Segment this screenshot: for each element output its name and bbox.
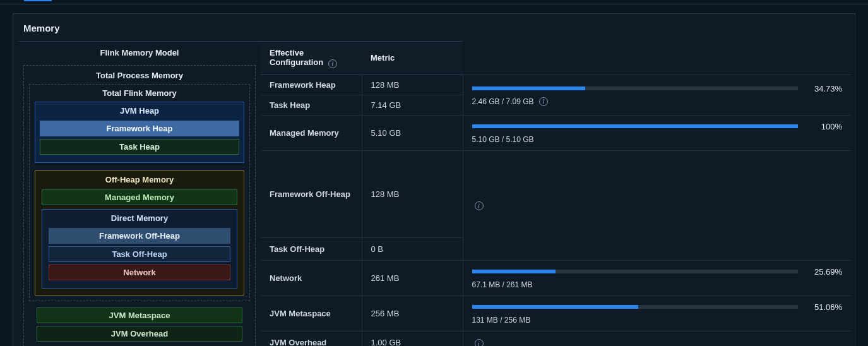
managed-memory-config: 5.10 GB: [362, 115, 463, 150]
network-config: 261 MB: [362, 260, 463, 295]
network-progress-bar: [472, 270, 799, 273]
panel-title: Memory: [13, 14, 855, 41]
info-icon[interactable]: i: [328, 59, 337, 68]
direct-memory-box: Direct Memory Framework Off-Heap Task Of…: [42, 209, 237, 289]
heap-progress-bar: [472, 86, 799, 90]
framework-off-heap-chip: Framework Off-Heap: [49, 228, 230, 244]
total-process-memory-box: Total Process Memory Total Flink Memory …: [23, 65, 256, 346]
metaspace-usage-text: 131 MB / 256 MB: [472, 316, 843, 325]
managed-progress-bar: [472, 124, 799, 128]
metaspace-progress-bar: [472, 305, 799, 309]
off-heap-label: Off-Heap Memory: [42, 174, 237, 187]
network-percent: 25.69%: [807, 267, 842, 277]
framework-heap-chip: Framework Heap: [40, 121, 239, 136]
managed-usage-text: 5.10 GB / 5.10 GB: [472, 135, 843, 144]
config-header: Effective Configuration i: [261, 42, 362, 75]
heap-usage-text: 2.46 GB / 7.09 GB: [472, 97, 534, 106]
framework-heap-label: Framework Heap: [270, 80, 353, 90]
managed-percent: 100%: [807, 122, 842, 131]
task-off-heap-label: Task Off-Heap: [261, 237, 362, 260]
task-heap-label: Task Heap: [261, 95, 362, 115]
info-icon[interactable]: i: [475, 201, 484, 210]
total-flink-memory-label: Total Flink Memory: [35, 87, 244, 102]
framework-off-heap-config: 128 MB: [362, 150, 463, 237]
network-label: Network: [261, 260, 362, 295]
metric-header: Metric: [362, 42, 463, 75]
jvm-heap-label: JVM Heap: [40, 105, 239, 118]
jvm-overhead-chip: JVM Overhead: [37, 326, 242, 342]
framework-heap-config: 128 MB: [362, 75, 463, 95]
memory-panel: Memory Flink Memory Model Total Process …: [13, 13, 855, 346]
overhead-label: JVM Overhead: [261, 331, 362, 346]
task-heap-chip: Task Heap: [40, 139, 239, 155]
overhead-config: 1.00 GB: [362, 331, 463, 346]
task-off-heap-config: 0 B: [362, 237, 463, 260]
jvm-metaspace-chip: JVM Metaspace: [37, 307, 242, 323]
network-usage-text: 67.1 MB / 261 MB: [472, 280, 843, 289]
direct-memory-label: Direct Memory: [49, 212, 230, 225]
off-heap-box: Off-Heap Memory Managed Memory Direct Me…: [35, 170, 244, 295]
model-header: Flink Memory Model: [18, 42, 261, 64]
task-heap-config: 7.14 GB: [362, 95, 463, 115]
info-icon[interactable]: i: [539, 97, 548, 106]
managed-memory-label: Managed Memory: [261, 115, 362, 150]
info-icon[interactable]: i: [475, 339, 484, 346]
task-off-heap-chip: Task Off-Heap: [49, 246, 230, 262]
metaspace-label: JVM Metaspace: [261, 295, 362, 331]
managed-memory-chip: Managed Memory: [42, 189, 237, 205]
framework-off-heap-label: Framework Off-Heap: [261, 150, 362, 237]
tab-indicator: [0, 0, 868, 4]
jvm-heap-box: JVM Heap Framework Heap Task Heap: [35, 102, 244, 163]
network-chip: Network: [49, 265, 230, 280]
metaspace-config: 256 MB: [362, 295, 463, 331]
total-process-memory-label: Total Process Memory: [29, 69, 250, 84]
heap-percent: 34.73%: [807, 84, 842, 93]
memory-table: Effective Configuration i Metric Framewo…: [261, 41, 851, 346]
metaspace-percent: 51.06%: [807, 302, 842, 312]
total-flink-memory-box: Total Flink Memory JVM Heap Framework He…: [29, 84, 250, 301]
